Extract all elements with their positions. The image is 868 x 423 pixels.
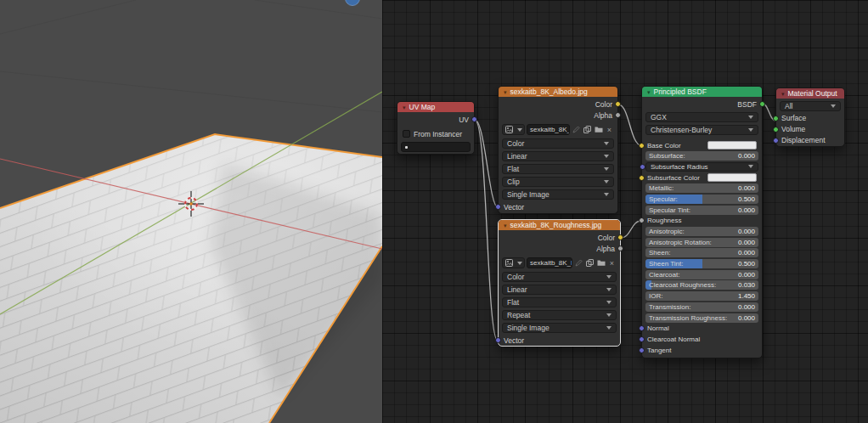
image-name-field[interactable]: sexkaitb_8K_Alb.. bbox=[527, 124, 570, 135]
projection-dropdown[interactable]: Flat bbox=[502, 164, 614, 174]
interpolation-dropdown[interactable]: Linear bbox=[502, 151, 614, 161]
input-specular[interactable]: Specular:0.500 bbox=[645, 195, 758, 204]
input-clearcoat-normal[interactable]: Clearcoat Normal bbox=[645, 335, 758, 344]
3d-viewport[interactable] bbox=[0, 0, 382, 423]
node-image-texture-roughness[interactable]: ▾ sexkaitb_8K_Roughness.jpg Color Alpha … bbox=[498, 219, 621, 347]
input-tangent[interactable]: Tangent bbox=[645, 346, 758, 355]
row-value: 0.000 bbox=[738, 184, 755, 192]
collapse-icon[interactable]: ▾ bbox=[504, 89, 507, 95]
dropdown-value: Color bbox=[507, 273, 524, 281]
socket-roughness-vector[interactable] bbox=[495, 337, 501, 343]
input-clearcoat[interactable]: Clearcoat:0.000 bbox=[645, 270, 758, 279]
node-principled-bsdf[interactable]: ▾ Principled BSDF BSDF GGX Christensen-B… bbox=[641, 86, 763, 358]
input-ior[interactable]: IOR:1.450 bbox=[645, 291, 758, 301]
input-specular-tint[interactable]: Specular Tint:0.000 bbox=[645, 206, 758, 215]
row-value: 0.000 bbox=[738, 314, 755, 322]
input-transmission-roughness[interactable]: Transmission Roughness:0.000 bbox=[645, 313, 758, 323]
node-header-uv-map[interactable]: ▾ UV Map bbox=[397, 102, 474, 112]
input-anisotropic[interactable]: Anisotropic:0.000 bbox=[645, 227, 758, 236]
color-space-dropdown[interactable]: Color bbox=[502, 272, 617, 282]
input-sheen[interactable]: Sheen:0.000 bbox=[645, 248, 758, 257]
socket-albedo-color[interactable] bbox=[615, 101, 621, 107]
node-header-material-output[interactable]: ▾ Material Output bbox=[776, 88, 844, 99]
node-header-roughness[interactable]: ▾ sexkaitb_8K_Roughness.jpg bbox=[499, 220, 620, 230]
socket-bsdf-output[interactable] bbox=[759, 101, 765, 107]
socket-clearcoat-normal[interactable] bbox=[639, 336, 645, 342]
socket-subsurface-radius[interactable] bbox=[640, 164, 645, 170]
dropdown-value: Single Image bbox=[507, 324, 550, 332]
copy-icon[interactable] bbox=[585, 258, 595, 268]
subsurface-method-dropdown[interactable]: Christensen-Burley bbox=[645, 125, 758, 135]
target-dropdown[interactable]: All bbox=[780, 101, 841, 111]
input-anisotropic-rotation[interactable]: Anisotropic Rotation:0.000 bbox=[645, 238, 758, 247]
row-label: Anisotropic Rotation: bbox=[649, 239, 712, 246]
source-dropdown[interactable]: Single Image bbox=[502, 323, 617, 333]
input-metallic[interactable]: Metallic:0.000 bbox=[645, 183, 758, 193]
node-uv-map[interactable]: ▾ UV Map UV From Instancer bbox=[397, 101, 475, 155]
copy-icon[interactable] bbox=[583, 125, 592, 134]
socket-albedo-alpha[interactable] bbox=[615, 112, 621, 118]
base-color-swatch[interactable] bbox=[707, 141, 757, 149]
socket-base-color[interactable] bbox=[639, 143, 645, 149]
socket-normal[interactable] bbox=[639, 325, 645, 331]
image-icon bbox=[504, 258, 514, 268]
chevron-down-icon bbox=[606, 288, 612, 291]
socket-albedo-vector[interactable] bbox=[495, 204, 501, 210]
image-browse-button[interactable] bbox=[502, 257, 525, 268]
subsurface-color-swatch[interactable] bbox=[707, 173, 757, 182]
input-subsurface[interactable]: Subsurface:0.000 bbox=[645, 151, 758, 161]
collapse-icon[interactable]: ▾ bbox=[504, 223, 507, 228]
collapse-icon[interactable]: ▾ bbox=[781, 91, 785, 97]
row-label: Subsurface: bbox=[649, 152, 685, 160]
node-image-texture-albedo[interactable]: ▾ sexkaitb_8K_Albedo.jpg Color Alpha sex… bbox=[498, 86, 618, 214]
extension-dropdown[interactable]: Repeat bbox=[502, 310, 617, 320]
uv-map-selector[interactable] bbox=[401, 142, 471, 152]
row-value: 0.500 bbox=[738, 260, 755, 268]
socket-volume[interactable] bbox=[773, 127, 779, 133]
socket-uv-output[interactable] bbox=[471, 116, 477, 122]
image-browse-button[interactable] bbox=[502, 124, 525, 135]
pen-icon[interactable] bbox=[574, 258, 583, 268]
distribution-dropdown[interactable]: GGX bbox=[645, 112, 758, 122]
socket-roughness-alpha[interactable] bbox=[617, 245, 623, 251]
unlink-icon[interactable]: × bbox=[605, 125, 614, 134]
from-instancer-checkbox[interactable] bbox=[403, 130, 410, 138]
socket-displacement[interactable] bbox=[773, 138, 779, 144]
socket-surface[interactable] bbox=[773, 116, 779, 121]
node-header-principled[interactable]: ▾ Principled BSDF bbox=[642, 87, 762, 97]
shader-node-editor[interactable]: ▾ UV Map UV From Instancer ▾ sexkaitb_8K… bbox=[382, 0, 868, 423]
link-roughness-roughness bbox=[621, 221, 641, 238]
socket-tangent[interactable] bbox=[639, 347, 645, 353]
collapse-icon[interactable]: ▾ bbox=[403, 104, 406, 110]
color-space-dropdown[interactable]: Color bbox=[502, 138, 614, 149]
output-label-bsdf: BSDF bbox=[737, 100, 757, 109]
output-label-alpha: Alpha bbox=[596, 245, 615, 253]
folder-icon[interactable] bbox=[594, 125, 603, 134]
input-base-color[interactable]: Base Color bbox=[645, 141, 758, 150]
row-label: Base Color bbox=[647, 142, 681, 149]
input-sheen-tint[interactable]: Sheen Tint:0.500 bbox=[645, 259, 758, 268]
row-value: 0.500 bbox=[738, 195, 755, 203]
pen-icon[interactable] bbox=[572, 125, 581, 134]
source-dropdown[interactable]: Single Image bbox=[502, 189, 614, 200]
image-name-field[interactable]: sexkaitb_8K_Rou.. bbox=[527, 257, 572, 268]
input-transmission[interactable]: Transmission:0.000 bbox=[645, 302, 758, 312]
dropdown-value: Repeat bbox=[507, 311, 530, 319]
input-clearcoat-roughness[interactable]: Clearcoat Roughness:0.030 bbox=[645, 280, 758, 290]
image-icon bbox=[504, 125, 514, 134]
projection-dropdown[interactable]: Flat bbox=[502, 297, 617, 307]
socket-subsurface-color[interactable] bbox=[639, 175, 645, 181]
input-roughness[interactable]: Roughness bbox=[645, 216, 758, 225]
interpolation-dropdown[interactable]: Linear bbox=[502, 285, 617, 295]
collapse-icon[interactable]: ▾ bbox=[647, 89, 651, 95]
extension-dropdown[interactable]: Clip bbox=[502, 177, 614, 187]
folder-icon[interactable] bbox=[596, 258, 606, 268]
input-subsurface-color[interactable]: Subsurface Color bbox=[645, 173, 758, 183]
socket-roughness-input[interactable] bbox=[639, 217, 645, 223]
socket-roughness-color[interactable] bbox=[617, 234, 623, 240]
input-subsurface-radius[interactable]: Subsurface Radius bbox=[645, 162, 758, 172]
input-normal[interactable]: Normal bbox=[645, 324, 758, 333]
node-header-albedo[interactable]: ▾ sexkaitb_8K_Albedo.jpg bbox=[499, 87, 617, 97]
unlink-icon[interactable]: × bbox=[607, 258, 617, 268]
node-material-output[interactable]: ▾ Material Output All Surface Volume Dis… bbox=[775, 87, 845, 147]
